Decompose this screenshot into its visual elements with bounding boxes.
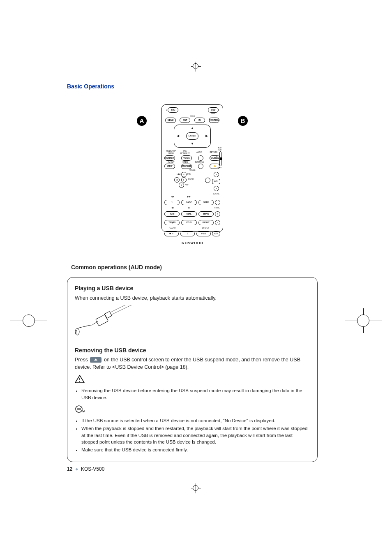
usb-illustration bbox=[74, 305, 310, 340]
callout-a-badge: A bbox=[137, 116, 147, 126]
audio-button[interactable] bbox=[198, 155, 203, 161]
svg-point-0 bbox=[75, 328, 79, 335]
section-title: Basic Operations bbox=[67, 82, 318, 90]
note-icon bbox=[75, 405, 310, 416]
dpad-right[interactable]: ▶ bbox=[205, 134, 208, 139]
dpad-up[interactable]: ▲ bbox=[191, 126, 194, 131]
enter-button[interactable]: ENTER bbox=[186, 132, 198, 140]
eject-top-button[interactable]: ▲ bbox=[214, 172, 219, 177]
zoom-out-button[interactable]: OUT bbox=[180, 118, 190, 123]
rvol-down-button[interactable]: ∨ bbox=[215, 220, 220, 225]
svg-line-3 bbox=[110, 305, 134, 312]
remote-diagram: A B ● SRC OSD DISP ZOOM MENU OUT IN POSI… bbox=[67, 104, 318, 247]
tune-down-button[interactable]: ▼ bbox=[179, 183, 184, 188]
brand-logo: KENWOOD bbox=[164, 240, 220, 246]
dpad-left[interactable]: ◀ bbox=[177, 134, 179, 139]
playing-text: When connecting a USB device, playback s… bbox=[75, 294, 310, 302]
key-4[interactable]: 4GHI bbox=[164, 211, 180, 217]
menu-button[interactable]: MENU bbox=[165, 118, 176, 123]
key-5[interactable]: 5JKL bbox=[181, 211, 196, 217]
svg-rect-2 bbox=[104, 311, 112, 318]
crop-mark-top bbox=[191, 62, 201, 72]
key-0[interactable]: 0 bbox=[180, 231, 195, 236]
callout-b-badge: B bbox=[238, 116, 248, 126]
routem-button[interactable]: ROUTEM bbox=[164, 155, 175, 161]
removing-heading: Removing the USB device bbox=[75, 346, 310, 354]
crop-mark-bottom bbox=[191, 483, 201, 493]
warning-list: Removing the USB device before entering … bbox=[75, 387, 310, 401]
side-mark-right bbox=[351, 308, 376, 333]
mapdir-button[interactable]: MAP DIR bbox=[181, 164, 192, 169]
mode-switch[interactable]: AUD DVD TV NAVI bbox=[216, 147, 221, 169]
tune-up-button[interactable]: ▲ bbox=[181, 172, 187, 177]
svg-point-6 bbox=[79, 381, 80, 382]
key-1[interactable]: 1 bbox=[164, 200, 180, 205]
side-mark-left bbox=[16, 308, 41, 333]
position-button[interactable]: POSITION bbox=[209, 118, 219, 123]
subtitle-button[interactable] bbox=[198, 164, 203, 169]
warning-icon bbox=[75, 375, 310, 386]
key-3[interactable]: 3DEF bbox=[198, 200, 214, 205]
info-card: Playing a USB device When connecting a U… bbox=[67, 277, 318, 462]
zoom-in-button[interactable]: IN bbox=[194, 118, 205, 123]
angle-button[interactable] bbox=[205, 178, 210, 183]
dpad[interactable]: ▲ ▼ ◀ ▶ ENTER bbox=[174, 125, 211, 148]
svg-line-4 bbox=[111, 305, 135, 315]
key-6[interactable]: 6MNO bbox=[198, 211, 214, 217]
notes-list: If the USB source is selected when a USB… bbox=[75, 417, 310, 453]
vol-down-button[interactable]: ▼ bbox=[214, 186, 219, 191]
key-2[interactable]: 2ABC bbox=[181, 200, 196, 205]
playing-heading: Playing a USB device bbox=[75, 284, 310, 292]
vol-label: VOL bbox=[212, 179, 220, 184]
voice-button[interactable]: VOICE bbox=[181, 155, 192, 161]
key-hash[interactable]: # BS bbox=[196, 231, 211, 236]
removing-text: Press on the USB control screen to enter… bbox=[75, 356, 310, 371]
view-button[interactable]: VIEW bbox=[164, 164, 175, 169]
tune-right-button[interactable]: ▶ bbox=[181, 177, 187, 183]
key-9[interactable]: 9WXYZ bbox=[198, 220, 214, 225]
key-star[interactable]: ✱ ＋ bbox=[164, 231, 179, 236]
footer: 12 ● KOS-V500 bbox=[67, 466, 104, 473]
tune-left-button[interactable]: ◀ bbox=[174, 177, 180, 183]
twozone-button[interactable] bbox=[215, 200, 220, 205]
subheading: Common operations (AUD mode) bbox=[71, 263, 318, 271]
remote-body: ● SRC OSD DISP ZOOM MENU OUT IN POSITION… bbox=[161, 104, 223, 232]
rvol-up-button[interactable]: ∧ bbox=[215, 211, 220, 217]
src-button[interactable]: SRC bbox=[168, 107, 178, 113]
svg-rect-1 bbox=[95, 314, 108, 326]
att-button[interactable]: ATT bbox=[212, 231, 220, 236]
key-7[interactable]: 7PQRS bbox=[164, 220, 180, 225]
osd-button[interactable]: OSD bbox=[208, 107, 219, 113]
eject-icon bbox=[90, 357, 101, 363]
key-8[interactable]: 8TUV bbox=[181, 220, 196, 225]
dpad-down[interactable]: ▼ bbox=[191, 141, 194, 146]
